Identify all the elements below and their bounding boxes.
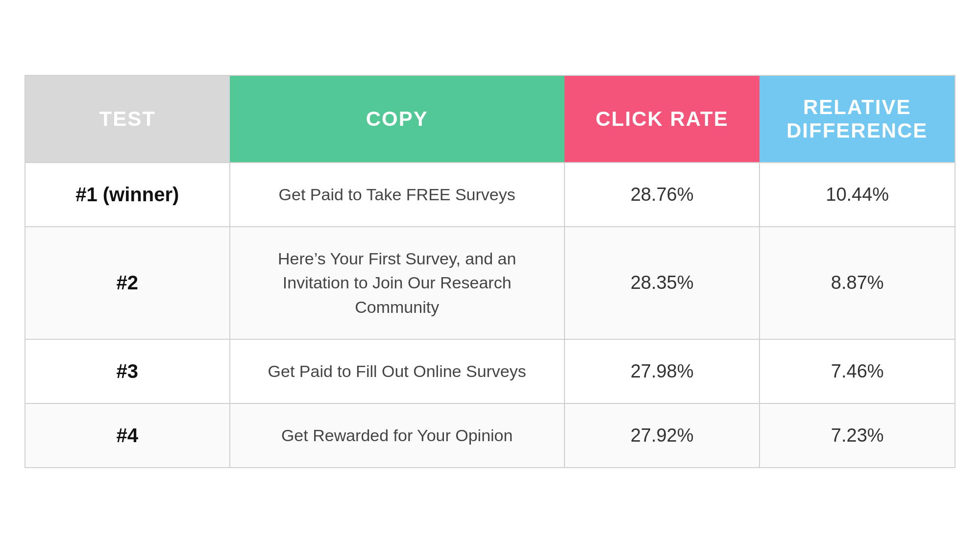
table-row: #3Get Paid to Fill Out Online Surveys27.… [25, 339, 955, 403]
header-test: TEST [25, 75, 230, 163]
cell-clickrate: 27.92% [564, 403, 760, 468]
table-row: #2Here’s Your First Survey, and an Invit… [25, 227, 955, 339]
cell-test: #4 [25, 403, 230, 468]
cell-copy: Here’s Your First Survey, and an Invitat… [230, 227, 564, 339]
cell-copy: Get Rewarded for Your Opinion [230, 403, 564, 468]
table-body: #1 (winner)Get Paid to Take FREE Surveys… [25, 163, 955, 468]
results-table-wrapper: TEST COPY CLICK RATE RELATIVEDIFFERENCE … [24, 75, 956, 469]
cell-clickrate: 28.76% [564, 163, 760, 227]
table-row: #1 (winner)Get Paid to Take FREE Surveys… [25, 163, 955, 227]
results-table: TEST COPY CLICK RATE RELATIVEDIFFERENCE … [24, 75, 956, 469]
cell-clickrate: 27.98% [564, 339, 760, 403]
cell-copy: Get Paid to Take FREE Surveys [230, 163, 564, 227]
header-reldiff: RELATIVEDIFFERENCE [760, 75, 955, 163]
table-header-row: TEST COPY CLICK RATE RELATIVEDIFFERENCE [25, 75, 955, 163]
cell-reldiff: 8.87% [760, 227, 955, 339]
header-copy: COPY [230, 75, 564, 163]
cell-test: #3 [25, 339, 230, 403]
cell-copy: Get Paid to Fill Out Online Surveys [230, 339, 564, 403]
cell-clickrate: 28.35% [564, 227, 760, 339]
table-row: #4Get Rewarded for Your Opinion27.92%7.2… [25, 403, 955, 468]
cell-reldiff: 7.23% [760, 403, 955, 468]
header-clickrate: CLICK RATE [564, 75, 760, 163]
cell-test: #2 [25, 227, 230, 339]
cell-reldiff: 10.44% [760, 163, 955, 227]
cell-test: #1 (winner) [25, 163, 230, 227]
cell-reldiff: 7.46% [760, 339, 955, 403]
